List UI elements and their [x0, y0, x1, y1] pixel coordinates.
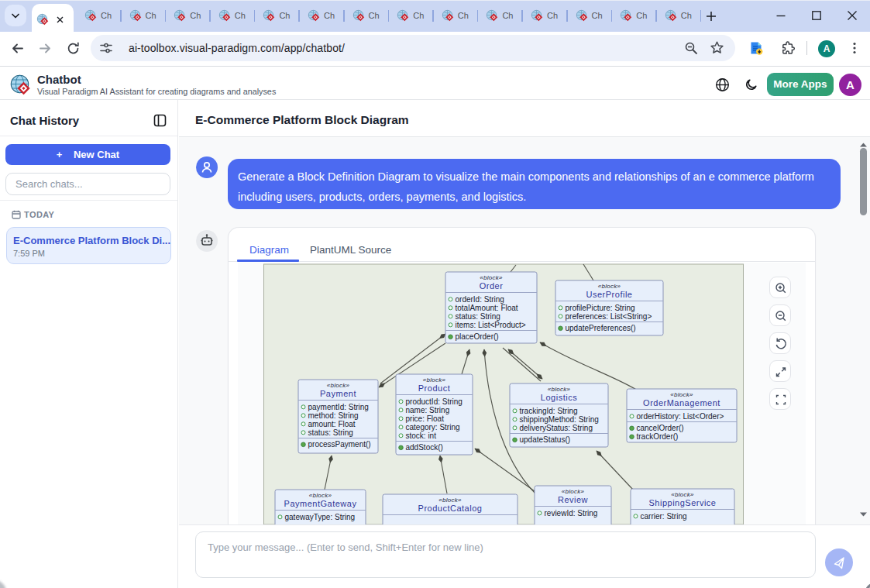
svg-text:price: Float: price: Float	[406, 414, 445, 423]
svg-text:gatewayType: String: gatewayType: String	[285, 513, 356, 521]
svg-text:cancelOrder(): cancelOrder()	[637, 424, 684, 432]
svg-text:updateStatus(): updateStatus()	[520, 435, 571, 444]
svg-text:Product: Product	[418, 383, 450, 393]
svg-text:updatePreferences(): updatePreferences()	[566, 324, 636, 332]
svg-text:method: String: method: String	[308, 411, 359, 420]
svg-text:ProductCatalog: ProductCatalog	[418, 504, 483, 513]
svg-text:reviewId: String: reviewId: String	[545, 509, 598, 518]
svg-text:processPayment(): processPayment()	[308, 440, 371, 449]
svg-text:paymentId: String: paymentId: String	[308, 403, 369, 411]
svg-text:productId: String: productId: String	[406, 397, 463, 406]
svg-text:carrier: String: carrier: String	[641, 512, 687, 521]
svg-text:orderHistory: List<Order>: orderHistory: List<Order>	[637, 412, 724, 421]
svg-text:amount: Float: amount: Float	[308, 420, 356, 428]
svg-text:items: List<Product>: items: List<Product>	[456, 321, 526, 329]
svg-text:stock: int: stock: int	[406, 432, 437, 440]
svg-text:profilePicture: String: profilePicture: String	[566, 304, 635, 312]
svg-text:totalAmount: Float: totalAmount: Float	[456, 304, 518, 312]
svg-text:trackOrder(): trackOrder()	[637, 432, 679, 441]
svg-text:shippingMethod: String: shippingMethod: String	[520, 415, 599, 424]
svg-text:ShippingService: ShippingService	[649, 498, 717, 507]
svg-text:trackingId: String: trackingId: String	[520, 407, 578, 415]
svg-text:orderId: String: orderId: String	[456, 295, 504, 304]
svg-text:status: String: status: String	[308, 428, 353, 437]
svg-text:placeOrder(): placeOrder()	[456, 332, 499, 341]
svg-text:OrderManagement: OrderManagement	[643, 398, 720, 407]
svg-text:deliveryStatus: String: deliveryStatus: String	[520, 424, 593, 432]
svg-text:preferences: List<String>: preferences: List<String>	[566, 312, 652, 321]
svg-text:Logistics: Logistics	[541, 393, 577, 402]
svg-text:addStock(): addStock()	[406, 443, 443, 452]
svg-text:name: String: name: String	[406, 406, 450, 414]
svg-text:category: String: category: String	[406, 423, 460, 432]
svg-text:Order: Order	[480, 281, 504, 291]
svg-text:Review: Review	[558, 495, 588, 504]
svg-text:UserProfile: UserProfile	[586, 290, 633, 299]
svg-text:Payment: Payment	[320, 389, 356, 398]
svg-text:PaymentGateway: PaymentGateway	[284, 499, 357, 508]
svg-text:status: String: status: String	[456, 312, 500, 321]
